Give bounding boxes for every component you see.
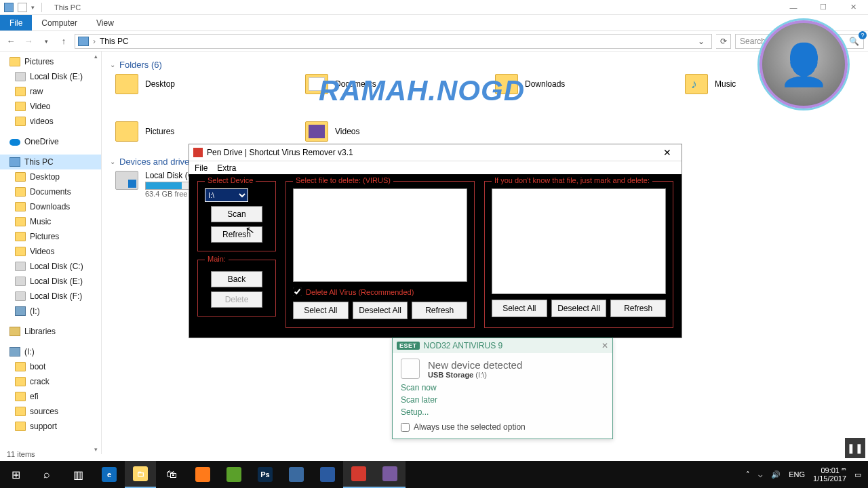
address-bar[interactable]: › This PC ⌄ bbox=[75, 34, 712, 49]
taskbar-start[interactable]: ⊞ bbox=[0, 461, 31, 488]
tree-item[interactable]: Documents bbox=[0, 184, 101, 199]
menu-file[interactable]: File bbox=[195, 163, 208, 173]
taskbar-firefox[interactable] bbox=[187, 461, 218, 488]
tree-item[interactable]: support bbox=[0, 419, 101, 434]
tray-network-icon[interactable]: ⌵ bbox=[758, 470, 763, 479]
taskbar-app-green[interactable] bbox=[218, 461, 250, 488]
tree-item[interactable]: This PC bbox=[0, 155, 101, 169]
collapse-icon[interactable]: ⌄ bbox=[110, 61, 115, 68]
toast-link-setup[interactable]: Setup... bbox=[401, 407, 604, 417]
tree-item[interactable]: Local Disk (E:) bbox=[0, 69, 101, 84]
taskbar-media[interactable] bbox=[312, 461, 343, 488]
tree-item[interactable]: crack bbox=[0, 374, 101, 389]
device-combo[interactable]: I:\ bbox=[205, 188, 248, 202]
tree-item[interactable]: Pictures bbox=[0, 54, 101, 69]
taskbar-vr-app[interactable] bbox=[374, 461, 406, 488]
tree-item[interactable]: raw bbox=[0, 84, 101, 99]
tree-item[interactable]: Libraries bbox=[0, 324, 101, 339]
ribbon-tab-view[interactable]: View bbox=[87, 15, 123, 30]
tree-item[interactable]: Pictures bbox=[0, 229, 101, 244]
virus-remover-dialog[interactable]: Pen Drive | Shortcut Virus Remover v3.1 … bbox=[189, 144, 682, 338]
taskbar-taskview[interactable]: ▥ bbox=[62, 461, 94, 488]
dialog-close-button[interactable]: ✕ bbox=[657, 147, 677, 158]
maximize-button[interactable]: ☐ bbox=[808, 0, 838, 15]
dialog-titlebar[interactable]: Pen Drive | Shortcut Virus Remover v3.1 … bbox=[189, 144, 682, 161]
taskbar-photoshop[interactable]: Ps bbox=[250, 461, 281, 488]
tree-item[interactable]: videos bbox=[0, 114, 101, 129]
tree-item[interactable]: efi bbox=[0, 389, 101, 404]
collapse-icon[interactable]: ⌄ bbox=[110, 158, 115, 165]
pause-overlay-button[interactable]: ❚❚ bbox=[845, 438, 865, 458]
tree-item[interactable]: Video bbox=[0, 99, 101, 114]
tray-up-icon[interactable]: ˄ bbox=[746, 470, 750, 479]
minimize-button[interactable]: — bbox=[778, 0, 808, 15]
toast-close-button[interactable]: ✕ bbox=[601, 341, 608, 350]
folder-item[interactable]: Documents bbox=[305, 74, 441, 94]
tree-item[interactable]: Music bbox=[0, 214, 101, 229]
qat-dropdown-icon[interactable]: ▾ bbox=[31, 4, 35, 11]
close-button[interactable]: ✕ bbox=[838, 0, 868, 15]
tree-scrollbar[interactable]: ▴▾ bbox=[90, 52, 101, 454]
tree-item[interactable]: Desktop bbox=[0, 169, 101, 184]
back-button[interactable]: ← bbox=[4, 35, 18, 48]
tree-item[interactable]: Downloads bbox=[0, 199, 101, 214]
folder-item[interactable]: Downloads bbox=[495, 74, 631, 94]
unknown-select-all-button[interactable]: Select All bbox=[492, 300, 547, 317]
toast-link-scan-now[interactable]: Scan now bbox=[401, 383, 604, 392]
tree-item[interactable]: Local Disk (E:) bbox=[0, 274, 101, 289]
tray-language[interactable]: ENG bbox=[789, 470, 805, 479]
menu-extra[interactable]: Extra bbox=[217, 163, 236, 173]
scan-button[interactable]: Scan bbox=[211, 206, 262, 222]
up-button[interactable]: ↑ bbox=[57, 35, 71, 48]
taskbar-store[interactable]: 🛍 bbox=[156, 461, 187, 488]
folder-item[interactable]: Music bbox=[685, 74, 821, 94]
forward-button[interactable]: → bbox=[22, 35, 35, 48]
virus-listbox[interactable] bbox=[293, 188, 467, 282]
group-header-folders[interactable]: ⌄ Folders (6) bbox=[110, 60, 860, 70]
tree-item[interactable]: Local Disk (F:) bbox=[0, 289, 101, 304]
taskbar-explorer[interactable]: 🗀 bbox=[125, 461, 156, 488]
virus-deselect-all-button[interactable]: Deselect All bbox=[353, 302, 408, 319]
taskbar-edge[interactable]: e bbox=[94, 461, 125, 488]
address-refresh-button[interactable]: ⟳ bbox=[716, 34, 731, 49]
tray-action-center-icon[interactable]: ▭ bbox=[854, 470, 861, 479]
unknown-deselect-all-button[interactable]: Deselect All bbox=[551, 300, 607, 317]
taskbar-notepad[interactable] bbox=[281, 461, 312, 488]
taskbar-search[interactable]: ⌕ bbox=[31, 461, 62, 488]
delete-all-virus-checkbox[interactable]: Delete All Virus (Recommended) bbox=[293, 287, 467, 296]
nav-tree[interactable]: PicturesLocal Disk (E:)rawVideovideosOne… bbox=[0, 52, 102, 454]
recent-button[interactable]: ▾ bbox=[39, 35, 53, 48]
tree-item[interactable]: sources bbox=[0, 404, 101, 419]
ribbon-tab-computer[interactable]: Computer bbox=[32, 15, 87, 30]
toast-link-scan-later[interactable]: Scan later bbox=[401, 395, 604, 405]
folder-item[interactable]: Videos bbox=[305, 121, 441, 142]
unknown-listbox[interactable] bbox=[492, 188, 666, 294]
folder-item[interactable]: Desktop bbox=[115, 74, 251, 94]
tree-item[interactable]: OneDrive bbox=[0, 134, 101, 149]
tree-item[interactable]: boot bbox=[0, 359, 101, 374]
tray-clock[interactable]: 09:01 ᵐ 1/15/2017 bbox=[813, 466, 846, 483]
tree-item[interactable]: Videos bbox=[0, 244, 101, 259]
virus-refresh-button[interactable]: Refresh bbox=[412, 302, 467, 319]
tree-item[interactable]: (I:) bbox=[0, 344, 101, 359]
toast-always-checkbox[interactable]: Always use the selected option bbox=[401, 422, 604, 432]
tree-item[interactable]: (I:) bbox=[0, 304, 101, 319]
eset-notification[interactable]: ESET NOD32 ANTIVIRUS 9 ✕ New device dete… bbox=[392, 338, 613, 439]
back-button[interactable]: Back bbox=[211, 271, 262, 287]
unknown-refresh-button[interactable]: Refresh bbox=[610, 300, 666, 317]
taskbar[interactable]: ⊞⌕▥e🗀🛍Ps ˄ ⌵ 🔊 ENG 09:01 ᵐ 1/15/2017 ▭ bbox=[0, 461, 868, 488]
tree-item[interactable]: Local Disk (C:) bbox=[0, 259, 101, 274]
help-icon[interactable]: ? bbox=[859, 31, 867, 39]
qat-props-icon[interactable] bbox=[18, 3, 27, 12]
ribbon-file-tab[interactable]: File bbox=[0, 15, 32, 30]
dialog-menubar[interactable]: File Extra bbox=[189, 161, 682, 174]
system-tray[interactable]: ˄ ⌵ 🔊 ENG 09:01 ᵐ 1/15/2017 ▭ bbox=[739, 466, 868, 483]
search-input[interactable]: Search 🔍 bbox=[735, 34, 864, 49]
virus-select-all-button[interactable]: Select All bbox=[293, 302, 349, 319]
tray-volume-icon[interactable]: 🔊 bbox=[771, 470, 781, 479]
refresh-button[interactable]: Refresh bbox=[211, 226, 262, 243]
taskbar-recorder[interactable] bbox=[343, 461, 374, 488]
address-dropdown-icon[interactable]: ⌄ bbox=[694, 37, 709, 46]
delete-button[interactable]: Delete bbox=[211, 291, 262, 308]
folder-item[interactable]: Pictures bbox=[115, 121, 251, 142]
